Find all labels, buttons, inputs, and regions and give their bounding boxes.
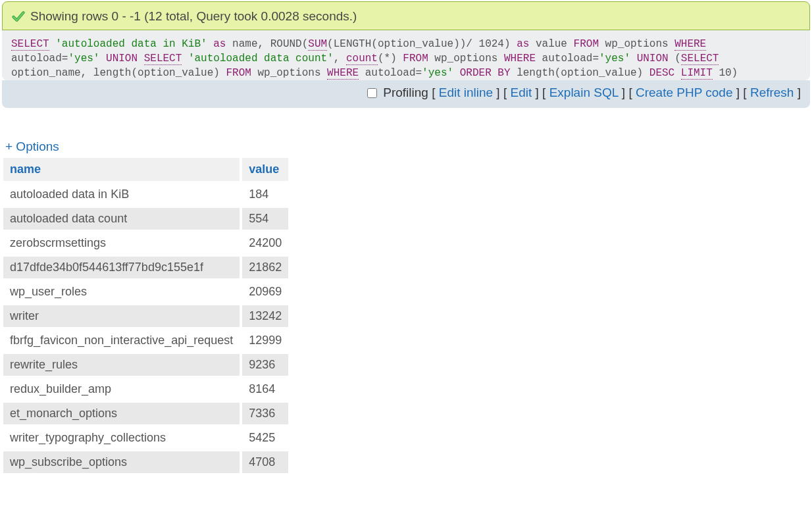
cell-name: et_monarch_options <box>3 401 241 426</box>
cell-value: 21862 <box>241 255 290 280</box>
cell-value: 554 <box>241 207 290 231</box>
table-row[interactable]: zerobscrmsettings24200 <box>3 231 290 255</box>
profiling-checkbox[interactable] <box>367 88 377 98</box>
profiling-label: Profiling <box>383 86 428 99</box>
table-row[interactable]: writer_typography_collections5425 <box>3 426 290 450</box>
cell-name: wp_subscribe_options <box>3 450 241 474</box>
cell-value: 24200 <box>241 231 290 255</box>
cell-name: writer <box>3 304 241 328</box>
cell-value: 9236 <box>241 353 290 377</box>
column-header-value[interactable]: value <box>241 158 290 182</box>
options-toggle-link[interactable]: + Options <box>5 139 59 154</box>
cell-name: zerobscrmsettings <box>3 231 241 255</box>
table-row[interactable]: wp_subscribe_options4708 <box>3 450 290 474</box>
cell-name: autoloaded data count <box>3 207 241 231</box>
cell-value: 12999 <box>241 328 290 353</box>
table-row[interactable]: autoloaded data count554 <box>3 207 290 231</box>
explain-sql-link[interactable]: Explain SQL <box>549 86 619 99</box>
cell-name: d17dfde34b0f544613ff77bd9c155e1f <box>3 255 241 280</box>
create-php-code-link[interactable]: Create PHP code <box>636 86 733 99</box>
table-row[interactable]: rewrite_rules9236 <box>3 353 290 377</box>
cell-name: rewrite_rules <box>3 353 241 377</box>
table-row[interactable]: d17dfde34b0f544613ff77bd9c155e1f21862 <box>3 255 290 280</box>
cell-name: fbrfg_favicon_non_interactive_api_reques… <box>3 328 241 353</box>
results-table: name value autoloaded data in KiB184auto… <box>3 158 291 476</box>
cell-value: 7336 <box>241 401 290 426</box>
column-header-name[interactable]: name <box>3 158 241 182</box>
cell-value: 4708 <box>241 450 290 474</box>
cell-value: 5425 <box>241 426 290 450</box>
edit-inline-link[interactable]: Edit inline <box>439 86 493 99</box>
table-row[interactable]: autoloaded data in KiB184 <box>3 182 290 207</box>
sql-action-bar: Profiling [ Edit inline ] [ Edit ] [ Exp… <box>2 80 810 108</box>
sql-display: SELECT 'autoloaded data in KiB' as name,… <box>2 30 810 80</box>
table-row[interactable]: et_monarch_options7336 <box>3 401 290 426</box>
cell-value: 20969 <box>241 280 290 304</box>
refresh-link[interactable]: Refresh <box>750 86 794 99</box>
sql-query-text: SELECT 'autoloaded data in KiB' as name,… <box>11 37 801 80</box>
edit-link[interactable]: Edit <box>511 86 532 99</box>
cell-name: redux_builder_amp <box>3 377 241 401</box>
table-row[interactable]: fbrfg_favicon_non_interactive_api_reques… <box>3 328 290 353</box>
table-row[interactable]: writer13242 <box>3 304 290 328</box>
success-notice: Showing rows 0 - -1 (12 total, Query too… <box>2 1 810 30</box>
success-notice-text: Showing rows 0 - -1 (12 total, Query too… <box>30 9 357 24</box>
success-check-icon <box>12 10 25 23</box>
table-row[interactable]: redux_builder_amp8164 <box>3 377 290 401</box>
cell-name: writer_typography_collections <box>3 426 241 450</box>
cell-value: 8164 <box>241 377 290 401</box>
cell-name: wp_user_roles <box>3 280 241 304</box>
cell-value: 13242 <box>241 304 290 328</box>
cell-value: 184 <box>241 182 290 207</box>
results-header-row: name value <box>3 158 290 182</box>
cell-name: autoloaded data in KiB <box>3 182 241 207</box>
table-row[interactable]: wp_user_roles20969 <box>3 280 290 304</box>
